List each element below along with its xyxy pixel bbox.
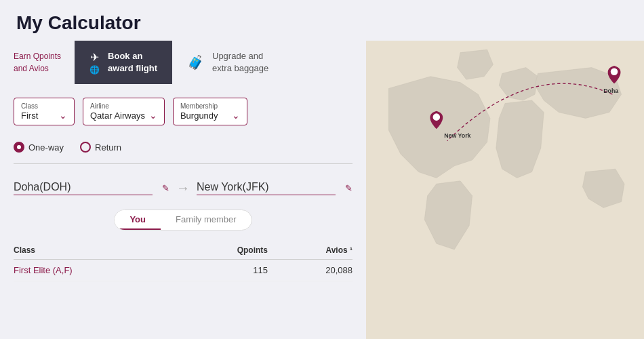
return-label: Return — [95, 142, 121, 153]
class-dropdown-label: Class — [21, 102, 67, 110]
cell-class-value: First Elite (A,F) — [14, 265, 183, 275]
class-dropdown[interactable]: Class First ⌄ — [14, 98, 75, 125]
tab-upgrade-label: Upgrade andextra baggage — [212, 50, 268, 75]
airline-dropdown-label: Airline — [90, 102, 157, 110]
page-title: My Calculator — [16, 12, 628, 34]
route-arrow-icon: → — [176, 180, 190, 196]
destination-edit-icon[interactable]: ✎ — [345, 183, 353, 193]
tab-family-member[interactable]: Family member — [161, 210, 251, 230]
airline-dropdown-arrow-icon: ⌄ — [149, 110, 157, 121]
class-dropdown-value: First ⌄ — [21, 110, 67, 121]
results-table: Class Qpoints Avios ¹ First Elite (A,F) … — [0, 239, 366, 281]
route-row: Doha(DOH) ✎ → New York(JFK) ✎ — [0, 175, 366, 207]
tab-earn-qpoints[interactable]: Earn Qpointsand Avios — [0, 41, 75, 84]
divider-line — [14, 163, 353, 164]
oneway-radio-button[interactable] — [14, 142, 24, 153]
origin-city: Doha(DOH) — [14, 181, 153, 195]
return-radio-button[interactable] — [80, 142, 91, 153]
return-radio[interactable]: Return — [80, 142, 121, 153]
origin-edit-icon[interactable]: ✎ — [162, 183, 169, 193]
tab-upgrade-baggage[interactable]: 🧳 Upgrade andextra baggage — [172, 41, 283, 84]
svg-point-2 — [611, 68, 618, 75]
origin-city-name: Doha(DOH) — [14, 181, 71, 193]
tab-book-award[interactable]: ✈ 🌐 Book anaward flight — [75, 41, 172, 84]
tab-you[interactable]: You — [115, 210, 161, 230]
origin-underline — [14, 195, 153, 195]
oneway-radio[interactable]: One-way — [14, 142, 64, 153]
map-panel: New York Doha — [366, 41, 644, 339]
membership-dropdown-label: Membership — [180, 102, 240, 110]
airline-dropdown[interactable]: Airline Qatar Airways ⌄ — [83, 98, 165, 125]
oneway-label: One-way — [28, 142, 64, 153]
col-header-qpoints: Qpoints — [183, 245, 268, 255]
tab-book-award-label: Book anaward flight — [108, 50, 157, 75]
table-header-row: Class Qpoints Avios ¹ — [14, 241, 353, 260]
passenger-tab-group: You Family member — [114, 210, 251, 231]
filters-row: Class First ⌄ Airline Qatar Airways ⌄ Me… — [0, 84, 366, 136]
membership-dropdown-arrow-icon: ⌄ — [232, 110, 240, 121]
membership-dropdown-value: Burgundy ⌄ — [180, 110, 240, 121]
tab-bar: Earn Qpointsand Avios ✈ 🌐 Book anaward f… — [0, 41, 366, 84]
trip-type-radio-group: One-way Return — [0, 136, 366, 161]
destination-city: New York(JFK) — [197, 181, 336, 195]
cell-avios-value: 20,088 — [268, 265, 353, 275]
destination-city-name: New York(JFK) — [197, 181, 269, 193]
membership-dropdown[interactable]: Membership Burgundy ⌄ — [173, 98, 247, 125]
svg-point-1 — [433, 113, 441, 121]
oneway-radio-inner — [17, 145, 21, 149]
cell-qpoints-value: 115 — [183, 265, 268, 275]
destination-underline — [197, 195, 336, 195]
class-dropdown-arrow-icon: ⌄ — [59, 110, 67, 121]
new-york-label: New York — [444, 132, 470, 139]
col-header-class: Class — [14, 245, 183, 255]
doha-label: Doha — [603, 87, 618, 94]
col-header-avios: Avios ¹ — [268, 245, 353, 255]
table-row: First Elite (A,F) 115 20,088 — [14, 260, 353, 281]
airline-dropdown-value: Qatar Airways ⌄ — [90, 110, 157, 121]
passenger-tab-row: You Family member — [0, 207, 366, 239]
flight-globe-icon: ✈ 🌐 — [89, 51, 100, 75]
map-svg: New York Doha — [366, 41, 644, 339]
tab-earn-label: Earn Qpointsand Avios — [14, 50, 61, 75]
